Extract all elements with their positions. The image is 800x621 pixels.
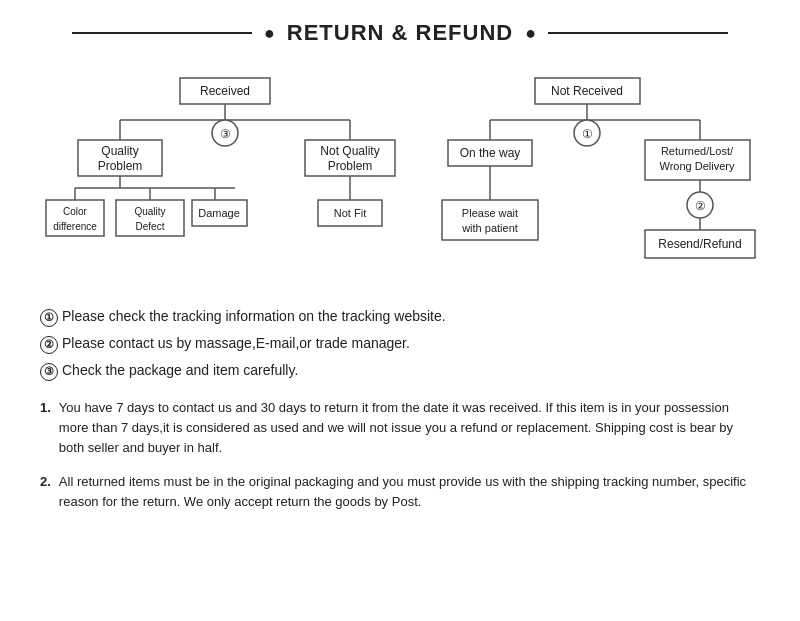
instr-num-2: ②	[40, 336, 58, 354]
rule-num-1: 1.	[40, 398, 51, 458]
rule-1: 1. You have 7 days to contact us and 30 …	[40, 398, 760, 458]
rule-2: 2. All returned items must be in the ori…	[40, 472, 760, 512]
rule-text-2: All returned items must be in the origin…	[59, 472, 760, 512]
svg-text:Not Quality: Not Quality	[320, 144, 379, 158]
svg-text:Please wait: Please wait	[462, 207, 518, 219]
svg-text:Color: Color	[63, 206, 88, 217]
instr-text-1: Please check the tracking information on…	[62, 304, 446, 329]
title-line-right	[548, 32, 728, 34]
instr-num-3: ③	[40, 363, 58, 381]
instructions-section: ① Please check the tracking information …	[40, 304, 770, 384]
svg-text:①: ①	[582, 127, 593, 141]
svg-text:Quality: Quality	[134, 206, 165, 217]
svg-text:②: ②	[695, 199, 706, 213]
svg-text:Defect: Defect	[136, 221, 165, 232]
svg-text:with patient: with patient	[461, 222, 518, 234]
svg-text:Returned/Lost/: Returned/Lost/	[661, 145, 734, 157]
svg-text:Resend/Refund: Resend/Refund	[658, 237, 741, 251]
title-row: ● RETURN & REFUND ●	[30, 20, 770, 46]
svg-text:③: ③	[220, 127, 231, 141]
title-bullet-right: ●	[525, 23, 536, 44]
svg-text:Received: Received	[200, 84, 250, 98]
svg-text:Wrong Delivery: Wrong Delivery	[660, 160, 735, 172]
svg-text:Not Fit: Not Fit	[334, 207, 366, 219]
rule-text-1: You have 7 days to contact us and 30 day…	[59, 398, 760, 458]
instruction-3: ③ Check the package and item carefully.	[40, 358, 770, 383]
title-line-left	[72, 32, 252, 34]
svg-text:Problem: Problem	[328, 159, 373, 173]
rules-section: 1. You have 7 days to contact us and 30 …	[40, 398, 760, 513]
svg-text:difference: difference	[53, 221, 97, 232]
instr-num-1: ①	[40, 309, 58, 327]
svg-text:Damage: Damage	[198, 207, 240, 219]
svg-text:Not Received: Not Received	[551, 84, 623, 98]
title-bullet-left: ●	[264, 23, 275, 44]
svg-text:Quality: Quality	[101, 144, 138, 158]
svg-text:On the way: On the way	[460, 146, 521, 160]
rule-num-2: 2.	[40, 472, 51, 512]
right-flowchart: Not Received ① On the way Returned/Lost/…	[420, 70, 760, 284]
left-flowchart: Received ③ Quality Problem Not Quality P…	[40, 70, 420, 284]
flowchart-area: Received ③ Quality Problem Not Quality P…	[30, 70, 770, 284]
svg-rect-47	[442, 200, 538, 240]
svg-text:Problem: Problem	[98, 159, 143, 173]
instruction-2: ② Please contact us by massage,E-mail,or…	[40, 331, 770, 356]
instr-text-2: Please contact us by massage,E-mail,or t…	[62, 331, 410, 356]
instr-text-3: Check the package and item carefully.	[62, 358, 298, 383]
page-title: RETURN & REFUND	[287, 20, 513, 46]
instruction-1: ① Please check the tracking information …	[40, 304, 770, 329]
